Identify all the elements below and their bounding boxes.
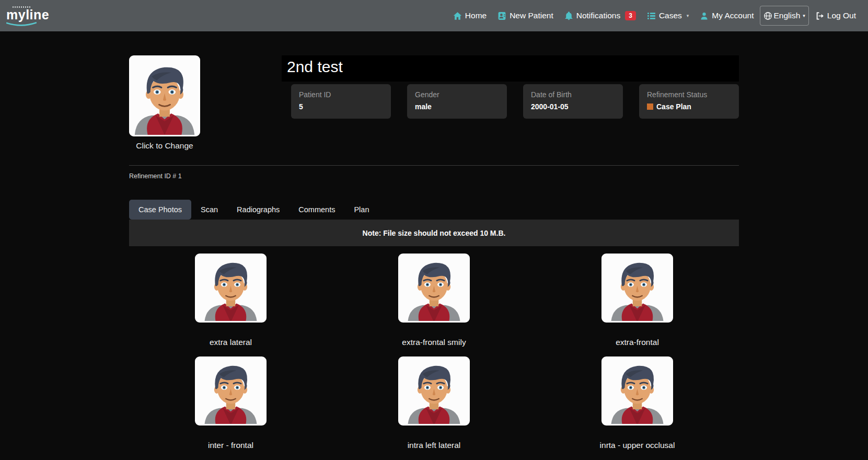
field-label: Date of Birth <box>531 90 615 99</box>
nav-my-account[interactable]: My Account <box>695 8 758 24</box>
photo-label: inrta - upper occlusal <box>600 441 675 450</box>
case-photo-image <box>603 255 672 321</box>
patient-info-column: 2nd test Patient ID 5 Gender male Date o… <box>282 55 739 158</box>
logo-swoosh-icon <box>6 22 37 27</box>
new-patient-icon <box>497 12 506 20</box>
photo-cell: extra lateral <box>129 254 332 347</box>
bell-icon <box>564 12 573 20</box>
nav-new-patient-label: New Patient <box>510 11 553 20</box>
cases-list-icon <box>647 12 656 20</box>
gender-card: Gender male <box>407 84 507 119</box>
field-value: 5 <box>299 102 383 111</box>
nav-home[interactable]: Home <box>448 8 491 24</box>
photo-cell: extra-frontal smily <box>332 254 536 347</box>
top-navbar: myline Home New Patient Notifications <box>0 0 868 31</box>
logo-text: myline <box>6 8 49 21</box>
patient-avatar-image <box>131 57 199 135</box>
globe-icon <box>763 12 772 20</box>
patient-id-card: Patient ID 5 <box>291 84 391 119</box>
patient-avatar-upload[interactable] <box>129 55 200 136</box>
logout-icon <box>815 12 824 20</box>
status-value: Case Plan <box>656 102 691 111</box>
case-photo-grid: extra lateral extra-frontal smily extra-… <box>129 254 739 450</box>
nav-log-out[interactable]: Log Out <box>811 8 861 24</box>
tab-scan[interactable]: Scan <box>191 200 227 220</box>
case-photo-image <box>196 255 265 321</box>
case-photo-thumbnail[interactable] <box>398 356 470 426</box>
avatar-column: Click to Change <box>129 55 282 158</box>
avatar-caption[interactable]: Click to Change <box>129 141 200 151</box>
tab-plan[interactable]: Plan <box>344 200 378 220</box>
case-photo-thumbnail[interactable] <box>601 254 673 323</box>
patient-page: Click to Change 2nd test Patient ID 5 Ge… <box>129 31 739 450</box>
notifications-count-badge: 3 <box>625 11 636 20</box>
patient-profile-header: Click to Change 2nd test Patient ID 5 Ge… <box>129 55 739 158</box>
case-photo-image <box>400 358 468 424</box>
field-label: Patient ID <box>299 90 383 99</box>
case-photo-thumbnail[interactable] <box>195 356 267 426</box>
date-of-birth-card: Date of Birth 2000-01-05 <box>523 84 623 119</box>
patient-field-cards: Patient ID 5 Gender male Date of Birth 2… <box>291 84 739 119</box>
refinement-status-card: Refinement Status Case Plan <box>639 84 739 119</box>
status-color-square <box>647 104 653 110</box>
home-icon <box>453 12 462 20</box>
case-photo-image <box>196 358 265 424</box>
tab-comments[interactable]: Comments <box>289 200 344 220</box>
case-photo-thumbnail[interactable] <box>195 254 267 323</box>
nav-cases-label: Cases <box>659 11 682 20</box>
case-photo-thumbnail[interactable] <box>601 356 673 426</box>
field-label: Refinement Status <box>647 90 731 99</box>
field-value: 2000-01-05 <box>531 102 615 111</box>
photo-label: extra lateral <box>210 338 252 347</box>
photo-cell: intra left lateral <box>332 356 536 450</box>
photo-label: intra left lateral <box>408 441 461 450</box>
file-size-note: Note: File size should not exceed 10 M.B… <box>129 220 739 246</box>
case-photo-image <box>400 255 468 321</box>
field-label: Gender <box>415 90 499 99</box>
logo-tagline-marks <box>13 6 31 8</box>
nav-home-label: Home <box>465 11 487 20</box>
case-photo-thumbnail[interactable] <box>398 254 470 323</box>
field-value: Case Plan <box>647 102 731 111</box>
app-logo[interactable]: myline <box>6 5 49 27</box>
section-divider <box>129 165 739 166</box>
nav-my-account-label: My Account <box>712 11 754 20</box>
photo-label: extra-frontal smily <box>402 338 466 347</box>
language-selector[interactable]: English ▾ <box>760 6 808 26</box>
nav-new-patient[interactable]: New Patient <box>493 8 558 24</box>
refinement-id-text: Refinement ID # 1 <box>129 172 739 180</box>
photo-label: inter - frontal <box>208 441 253 450</box>
nav-notifications-label: Notifications <box>576 11 620 20</box>
language-label: English <box>773 11 800 20</box>
tab-radiographs[interactable]: Radiographs <box>227 200 289 220</box>
photo-cell: extra-frontal <box>536 254 739 347</box>
photo-cell: inrta - upper occlusal <box>536 356 739 450</box>
nav-cases[interactable]: Cases ▾ <box>642 8 693 24</box>
nav-notifications[interactable]: Notifications 3 <box>560 8 641 24</box>
field-value: male <box>415 102 499 111</box>
tab-case-photos[interactable]: Case Photos <box>129 200 191 220</box>
case-tabs: Case Photos Scan Radiographs Comments Pl… <box>129 200 739 220</box>
patient-name-title: 2nd test <box>282 55 739 82</box>
photo-label: extra-frontal <box>616 338 659 347</box>
photo-cell: inter - frontal <box>129 356 332 450</box>
user-icon <box>700 12 709 20</box>
language-caret-down-icon: ▾ <box>803 13 805 18</box>
nav-menu: Home New Patient Notifications 3 <box>448 6 861 26</box>
case-photo-image <box>603 358 672 424</box>
cases-caret-down-icon: ▾ <box>687 13 689 18</box>
nav-log-out-label: Log Out <box>827 11 856 20</box>
